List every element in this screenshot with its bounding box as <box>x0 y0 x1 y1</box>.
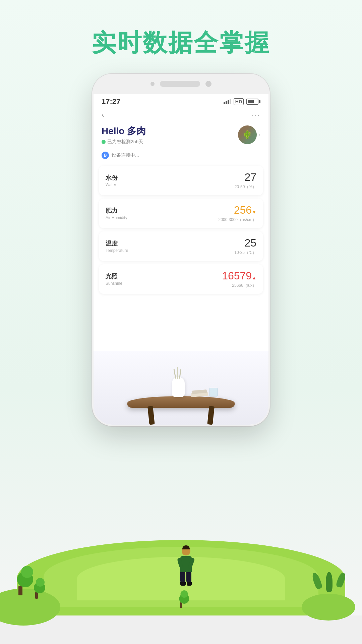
temperature-value-group: 25 10-35（℃） <box>234 237 256 256</box>
days-text: 已为您检测256天 <box>107 139 143 145</box>
person-figure <box>174 547 198 590</box>
water-value: 27 <box>235 171 256 183</box>
fertility-label-en: Air Humidity <box>106 215 127 220</box>
header-left: Hello 多肉 已为您检测256天 <box>102 125 146 145</box>
temperature-value: 25 <box>234 237 256 249</box>
table-top <box>127 396 235 408</box>
device-connecting-text: 设备连接中... <box>112 152 139 158</box>
temperature-label-en: Temperature <box>106 248 128 253</box>
sunshine-range: 25666（lux） <box>222 283 256 288</box>
fertility-card-label: 肥力 Air Humidity <box>106 207 127 220</box>
phone-frame: 17:27 HD <box>92 74 270 426</box>
temperature-label-cn: 温度 <box>106 239 128 248</box>
tree-center <box>180 602 182 608</box>
tree-left-big <box>18 586 22 595</box>
person-body <box>180 556 192 572</box>
status-icons: HD <box>224 98 260 105</box>
fertility-value: 256▼ <box>219 204 256 216</box>
phone-top-bar <box>92 74 270 94</box>
days-dot-icon <box>102 140 106 144</box>
water-label-cn: 水份 <box>106 174 118 182</box>
sunshine-card-label: 光照 Sunshine <box>106 272 122 286</box>
water-label-en: Water <box>106 182 118 187</box>
sunshine-card[interactable]: 光照 Sunshine 16579▲ 25666（lux） <box>99 264 263 294</box>
phone-speaker <box>160 81 200 87</box>
tree-left-small <box>35 592 38 599</box>
water-value-group: 27 20-50（%） <box>235 171 256 190</box>
fertility-label-cn: 肥力 <box>106 207 127 215</box>
hd-badge: HD <box>234 98 244 105</box>
glass <box>209 388 218 396</box>
landscape <box>0 523 362 644</box>
greeting-title: Hello 多肉 <box>102 125 146 138</box>
phone-camera <box>205 81 212 87</box>
status-time: 17:27 <box>102 97 120 106</box>
days-badge: 已为您检测256天 <box>102 139 146 145</box>
app-header: Hello 多肉 已为您检测256天 🌵 › <box>94 122 268 150</box>
avatar: 🌵 <box>238 125 257 144</box>
nav-bar: ‹ ··· <box>94 108 268 122</box>
scene-bg <box>94 351 268 425</box>
fertility-value-group: 256▼ 2000-3000（us/cm） <box>219 204 256 223</box>
fertility-range: 2000-3000（us/cm） <box>219 217 256 223</box>
cards-container: 水份 Water 27 20-50（%） 肥力 Air Humidity <box>94 162 268 425</box>
ground <box>0 615 362 644</box>
sunshine-value-group: 16579▲ 25666（lux） <box>222 270 256 288</box>
status-bar: 17:27 HD <box>94 94 268 108</box>
avatar-container[interactable]: 🌵 › <box>238 125 260 144</box>
water-card-label: 水份 Water <box>106 174 118 187</box>
sunshine-label-cn: 光照 <box>106 272 122 280</box>
page-title: 实时数据全掌握 <box>0 0 362 59</box>
sunshine-value: 16579▲ <box>222 270 256 282</box>
fertility-card[interactable]: 肥力 Air Humidity 256▼ 2000-3000（us/cm） <box>99 199 263 228</box>
phone-dot-left <box>150 82 155 86</box>
aloe-right <box>316 572 342 592</box>
water-card[interactable]: 水份 Water 27 20-50（%） <box>99 166 263 195</box>
person-shoes <box>180 582 192 586</box>
temperature-card[interactable]: 温度 Temperature 25 10-35（℃） <box>99 231 263 261</box>
signal-icon <box>224 99 231 104</box>
back-button[interactable]: ‹ <box>102 111 104 119</box>
chevron-right-icon: › <box>259 132 260 138</box>
water-range: 20-50（%） <box>235 184 256 190</box>
person-head <box>182 547 190 555</box>
person-pants <box>180 572 192 582</box>
device-bar: B 设备连接中... <box>94 150 268 162</box>
more-button[interactable]: ··· <box>252 111 260 119</box>
grass-blob-right <box>302 594 355 621</box>
phone-screen: 17:27 HD <box>94 94 268 425</box>
sunshine-label-en: Sunshine <box>106 281 122 286</box>
vase <box>171 374 186 397</box>
device-icon: B <box>102 152 109 159</box>
phone-mockup: 17:27 HD <box>92 74 270 426</box>
battery-icon <box>246 99 260 105</box>
temperature-range: 10-35（℃） <box>234 250 256 256</box>
temperature-card-label: 温度 Temperature <box>106 239 128 253</box>
